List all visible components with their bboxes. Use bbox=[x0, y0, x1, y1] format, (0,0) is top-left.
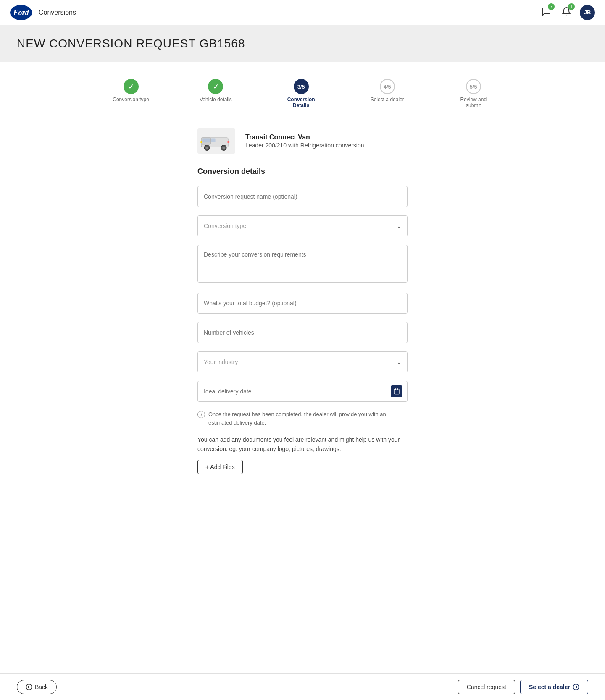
cancel-request-button[interactable]: Cancel request bbox=[458, 680, 515, 694]
step-label-2: Vehicle details bbox=[200, 97, 232, 102]
vehicles-field bbox=[197, 322, 408, 343]
step-circle-4: 4/5 bbox=[380, 79, 395, 94]
messages-button[interactable]: 7 bbox=[539, 5, 553, 20]
back-icon bbox=[26, 684, 32, 690]
step-conversion-type: ✓ Conversion type bbox=[113, 79, 149, 102]
ford-logo: Ford bbox=[10, 5, 32, 20]
van-svg bbox=[200, 131, 233, 152]
docs-description: You can add any documents you feel are r… bbox=[197, 435, 408, 454]
step-circle-2: ✓ bbox=[208, 79, 223, 94]
cancel-label: Cancel request bbox=[467, 684, 506, 690]
notifications-button[interactable]: 1 bbox=[560, 5, 573, 20]
form-area: Transit Connect Van Leader 200/210 with … bbox=[197, 128, 408, 474]
page-title: NEW CONVERSION REQUEST GB1568 bbox=[17, 37, 588, 50]
description-textarea[interactable] bbox=[197, 245, 408, 283]
header-left: Ford Conversions bbox=[10, 5, 76, 20]
step-label-5: Review and submit bbox=[455, 97, 492, 108]
svg-text:Ford: Ford bbox=[13, 8, 29, 17]
connector-1-2 bbox=[149, 87, 200, 87]
main-content: ✓ Conversion type ✓ Vehicle details 3/5 … bbox=[0, 62, 605, 684]
info-icon: i bbox=[197, 411, 205, 418]
vehicle-description: Leader 200/210 with Refrigeration conver… bbox=[245, 142, 364, 149]
back-label: Back bbox=[35, 684, 48, 690]
connector-4-5 bbox=[404, 87, 455, 87]
conversion-type-field: Conversion type ⌄ bbox=[197, 215, 408, 236]
budget-input[interactable] bbox=[197, 293, 408, 314]
delivery-info-note: i Once the request has been completed, t… bbox=[197, 410, 408, 427]
vehicle-card: Transit Connect Van Leader 200/210 with … bbox=[197, 128, 408, 154]
step-circle-5: 5/5 bbox=[466, 79, 481, 94]
header-nav-label: Conversions bbox=[39, 9, 76, 16]
bottom-bar: Back Cancel request Select a dealer bbox=[0, 673, 605, 700]
description-field bbox=[197, 245, 408, 284]
stepper: ✓ Conversion type ✓ Vehicle details 3/5 … bbox=[17, 79, 588, 108]
form-section-title: Conversion details bbox=[197, 167, 408, 176]
svg-point-9 bbox=[222, 147, 225, 149]
delivery-info-text: Once the request has been completed, the… bbox=[208, 410, 408, 427]
header-right: 7 1 JB bbox=[539, 5, 595, 20]
step-label-1: Conversion type bbox=[113, 97, 149, 102]
footer-btn-group: Cancel request Select a dealer bbox=[458, 680, 588, 694]
connector-3-4 bbox=[320, 87, 371, 87]
step-label-4: Select a dealer bbox=[371, 97, 404, 102]
industry-wrapper: Your industry ⌄ bbox=[197, 351, 408, 372]
delivery-date-wrapper bbox=[197, 381, 408, 402]
step-select-dealer: 4/5 Select a dealer bbox=[371, 79, 404, 102]
request-name-field bbox=[197, 186, 408, 207]
svg-rect-4 bbox=[202, 139, 210, 143]
step-review-submit: 5/5 Review and submit bbox=[455, 79, 492, 108]
notifications-badge: 1 bbox=[568, 3, 575, 10]
next-button[interactable]: Select a dealer bbox=[520, 680, 588, 694]
industry-select[interactable]: Your industry bbox=[197, 351, 408, 372]
back-button[interactable]: Back bbox=[17, 680, 57, 694]
user-avatar[interactable]: JB bbox=[580, 5, 595, 20]
step-conversion-details: 3/5 Conversion Details bbox=[282, 79, 320, 108]
next-label: Select a dealer bbox=[529, 684, 570, 690]
vehicles-input[interactable] bbox=[197, 322, 408, 343]
vehicle-info: Transit Connect Van Leader 200/210 with … bbox=[245, 134, 364, 149]
add-files-button[interactable]: + Add Files bbox=[197, 460, 243, 474]
svg-rect-11 bbox=[227, 141, 229, 143]
step-circle-1: ✓ bbox=[124, 79, 139, 94]
delivery-date-input[interactable] bbox=[197, 381, 408, 402]
step-circle-3: 3/5 bbox=[294, 79, 309, 94]
budget-field bbox=[197, 293, 408, 314]
industry-field: Your industry ⌄ bbox=[197, 351, 408, 372]
connector-2-3 bbox=[232, 87, 282, 87]
header: Ford Conversions 7 1 JB bbox=[0, 0, 605, 25]
documents-section: You can add any documents you feel are r… bbox=[197, 435, 408, 474]
vehicle-image bbox=[197, 128, 235, 154]
conversion-type-wrapper: Conversion type ⌄ bbox=[197, 215, 408, 236]
vehicle-name: Transit Connect Van bbox=[245, 134, 364, 141]
svg-rect-5 bbox=[211, 139, 216, 142]
step-label-3: Conversion Details bbox=[282, 97, 320, 108]
svg-point-7 bbox=[205, 147, 208, 149]
delivery-date-field bbox=[197, 381, 408, 402]
step-vehicle-details: ✓ Vehicle details bbox=[200, 79, 232, 102]
conversion-type-select[interactable]: Conversion type bbox=[197, 215, 408, 236]
next-icon bbox=[573, 684, 579, 690]
messages-badge: 7 bbox=[548, 3, 555, 10]
page-title-bar: NEW CONVERSION REQUEST GB1568 bbox=[0, 25, 605, 62]
svg-rect-10 bbox=[200, 141, 202, 143]
add-files-label: + Add Files bbox=[205, 464, 235, 470]
request-name-input[interactable] bbox=[197, 186, 408, 207]
